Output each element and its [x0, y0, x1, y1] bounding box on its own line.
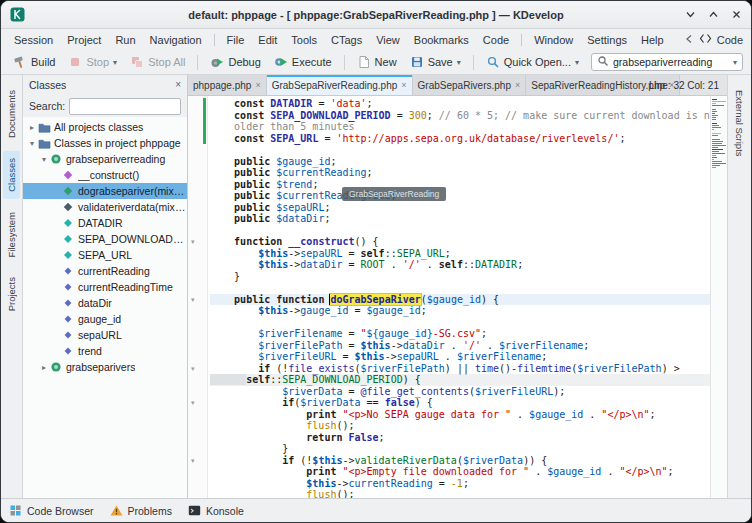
sidebar-item-projects[interactable]: Projects: [3, 270, 20, 318]
class-tree-item-sepa-url[interactable]: SEPA_URL: [23, 247, 187, 263]
class-tree-item-currentreading[interactable]: currentReading: [23, 263, 187, 279]
class-tree-item-gauge-id[interactable]: gauge_id: [23, 311, 187, 327]
code-line[interactable]: return False;: [210, 432, 710, 444]
code-line[interactable]: public $gauge_id;: [210, 156, 710, 168]
class-tree-item-grabsepariverreading[interactable]: ▾grabsepariverreading: [23, 151, 187, 167]
maximize-button[interactable]: [708, 9, 719, 20]
class-tree-item-grabseparivers[interactable]: ▸grabseparivers: [23, 359, 187, 375]
code-line[interactable]: public $currentReading;: [210, 167, 710, 179]
toolbar-button-build[interactable]: Build: [7, 53, 61, 71]
code-line[interactable]: self::SEPA_DOWNLOAD_PERIOD) {: [210, 374, 710, 386]
class-tree-item-sepaurl[interactable]: sepaURL: [23, 327, 187, 343]
code-line[interactable]: $this->sepaURL = self::SEPA_URL;: [210, 248, 710, 260]
fold-arrow-icon[interactable]: ▾: [191, 363, 195, 375]
code-line[interactable]: $riverFilePath = $this->dataDir . '/' . …: [210, 340, 710, 352]
fold-arrow-icon[interactable]: ▾: [191, 294, 195, 306]
code-line[interactable]: public $currentReadingTime;: [210, 190, 710, 202]
menu-file[interactable]: File: [220, 32, 252, 48]
statusbar-button-code-browser[interactable]: Code Browser: [9, 504, 94, 517]
fold-arrow-icon[interactable]: ▾: [191, 455, 195, 467]
code-line[interactable]: [210, 225, 710, 237]
menu-ctags[interactable]: CTags: [324, 32, 369, 48]
search-dropdown-icon[interactable]: ▾: [733, 58, 737, 67]
code-line[interactable]: const SEPA_DOWNLOAD_PERIOD = 300; // 60 …: [210, 110, 710, 122]
statusbar-button-konsole[interactable]: Konsole: [188, 504, 244, 517]
code-line[interactable]: public $dataDir;: [210, 213, 710, 225]
code-line[interactable]: }: [210, 443, 710, 455]
menu-session[interactable]: Session: [7, 32, 60, 48]
toolbar-button-new[interactable]: New: [351, 53, 403, 71]
sidebar-item-documents[interactable]: Documents: [3, 83, 20, 145]
code-area[interactable]: GrabSepaRiverReading const DATADIR = 'da…: [208, 96, 710, 498]
menu-run[interactable]: Run: [108, 32, 142, 48]
code-line[interactable]: [210, 144, 710, 156]
tab-close-icon[interactable]: ×: [400, 80, 406, 90]
toolbar-button-save[interactable]: Save▾: [404, 53, 467, 71]
code-line[interactable]: [210, 282, 710, 294]
menu-project[interactable]: Project: [60, 32, 108, 48]
code-line[interactable]: const SEPA_URL = 'http://apps.sepa.org.u…: [210, 133, 710, 145]
code-line[interactable]: if (!file_exists($riverFilePath) || time…: [210, 363, 710, 375]
code-line[interactable]: $riverFilename = "${gauge_id}-SG.csv";: [210, 328, 710, 340]
class-tree-item-construct[interactable]: __construct(): [23, 167, 187, 183]
class-tree-item-dograbsepariver-mixed[interactable]: dograbsepariver(mixed): [23, 183, 187, 199]
menu-bookmarks[interactable]: Bookmarks: [407, 32, 476, 48]
toolbar-button-debug[interactable]: Debug: [204, 53, 266, 71]
code-toolview-button[interactable]: Code: [717, 34, 743, 46]
expander-icon[interactable]: ▾: [27, 139, 37, 148]
toolbar-button-stop-all[interactable]: Stop All: [124, 53, 191, 71]
toolbar-button-execute[interactable]: Execute: [268, 53, 338, 71]
expander-icon[interactable]: ▾: [39, 155, 49, 164]
minimize-button[interactable]: [685, 9, 696, 20]
menu-settings[interactable]: Settings: [580, 32, 634, 48]
class-tree-item-datadir[interactable]: DATADIR: [23, 215, 187, 231]
code-line[interactable]: $this->gauge_id = $gauge_id;: [210, 305, 710, 317]
menu-window[interactable]: Window: [527, 32, 580, 48]
classes-panel-close-icon[interactable]: ×: [175, 80, 181, 90]
code-line[interactable]: const DATADIR = 'data';: [210, 98, 710, 110]
class-tree-item-trend[interactable]: trend: [23, 343, 187, 359]
minimap[interactable]: [710, 96, 727, 498]
menu-edit[interactable]: Edit: [251, 32, 284, 48]
expander-icon[interactable]: ▸: [39, 363, 49, 372]
menu-view[interactable]: View: [369, 32, 407, 48]
chevron-left-icon[interactable]: [684, 34, 694, 46]
class-tree-item-all-projects-classes[interactable]: ▸All projects classes: [23, 119, 187, 135]
code-line[interactable]: $this->dataDir = ROOT . '/' . self::DATA…: [210, 259, 710, 271]
class-tree-item-validateriverdata-mixed[interactable]: validateriverdata(mixed): [23, 199, 187, 215]
titlebar[interactable]: default: phppage - [ phppage:GrabSepaRiv…: [1, 1, 751, 29]
code-line[interactable]: if($riverData == false) {: [210, 397, 710, 409]
menu-navigation[interactable]: Navigation: [143, 32, 209, 48]
toolbar-button-stop[interactable]: Stop▾: [62, 53, 123, 71]
code-line[interactable]: public function doGrabSepaRiver($gauge_i…: [210, 294, 710, 306]
close-button[interactable]: [731, 9, 742, 20]
tab-grabseparivers-php[interactable]: GrabSepaRivers.php×: [413, 75, 527, 95]
sidebar-item-classes[interactable]: Classes: [3, 151, 20, 199]
class-tree-item-currentreadingtime[interactable]: currentReadingTime: [23, 279, 187, 295]
code-line[interactable]: older than 5 minutes: [210, 121, 710, 133]
right-rail-external-scripts[interactable]: External Scripts: [731, 83, 748, 164]
code-line[interactable]: $riverFileURL = $this->sepaURL . $riverF…: [210, 351, 710, 363]
sidebar-item-filesystem[interactable]: Filesystem: [3, 205, 20, 264]
menu-code[interactable]: Code: [476, 32, 516, 48]
class-tree-item-sepa-download-period[interactable]: SEPA_DOWNLOAD_PERIOD: [23, 231, 187, 247]
code-line[interactable]: function __construct() {: [210, 236, 710, 248]
code-line[interactable]: flush();: [210, 489, 710, 498]
tab-close-icon[interactable]: ×: [254, 80, 260, 90]
tab-grabsepariverreading-php[interactable]: GrabSepaRiverReading.php×: [267, 75, 413, 95]
class-tree-item-classes-in-project-phppage[interactable]: ▾Classes in project phppage: [23, 135, 187, 151]
toolbar-button-quick-open[interactable]: Quick Open...▾: [480, 53, 585, 71]
code-line[interactable]: if (!$this->validateRiverData($riverData…: [210, 455, 710, 467]
tab-close-icon[interactable]: ×: [514, 80, 520, 90]
menu-help[interactable]: Help: [634, 32, 671, 48]
search-input[interactable]: [613, 56, 729, 68]
fold-arrow-icon[interactable]: ▾: [191, 397, 195, 409]
fold-arrow-icon[interactable]: ▾: [191, 236, 195, 248]
expander-icon[interactable]: ▸: [27, 123, 37, 132]
code-line[interactable]: [210, 317, 710, 329]
code-line[interactable]: print "<p>No SEPA gauge data for " . $ga…: [210, 409, 710, 421]
class-tree-item-datadir[interactable]: dataDir: [23, 295, 187, 311]
code-line[interactable]: public $sepaURL;: [210, 202, 710, 214]
tab-phppage-php[interactable]: phppage.php×: [188, 75, 267, 95]
code-line[interactable]: flush();: [210, 420, 710, 432]
